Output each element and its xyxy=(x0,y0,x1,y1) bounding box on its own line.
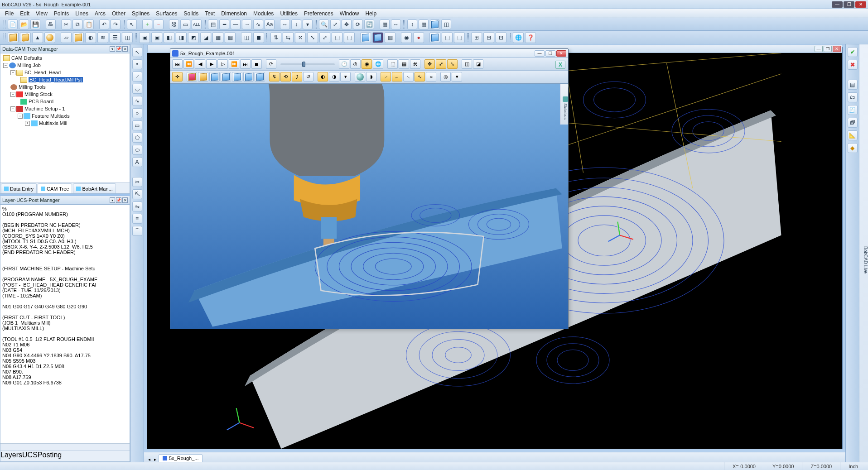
solid-extrude-button[interactable] xyxy=(73,32,84,43)
save-button[interactable]: 💾 xyxy=(30,19,40,29)
remove-entity-button[interactable]: － xyxy=(154,19,164,29)
sim-titlebar[interactable]: 5x_Rough_Example-001 — ❐ ✕ xyxy=(170,49,568,58)
tree-selected-post[interactable]: BC_Head_Head.MillPst xyxy=(29,77,83,82)
transform-3[interactable]: ⤲ xyxy=(295,32,306,43)
rotate-axis-button[interactable]: 🔄 xyxy=(364,19,374,29)
menu-help[interactable]: Help xyxy=(362,10,380,17)
sim-step-fwd[interactable]: ⏩ xyxy=(229,59,239,69)
tab-bobart[interactable]: BobArt Man... xyxy=(73,183,116,193)
tree-bc-head[interactable]: BC_Head_Head xyxy=(24,70,61,75)
about-button[interactable]: ❓ xyxy=(525,32,536,43)
wireframe-button[interactable]: ◫ xyxy=(441,19,451,29)
vt-line[interactable]: ⟋ xyxy=(132,72,142,82)
sim-viewport[interactable]: Statistics xyxy=(170,83,568,329)
print-button[interactable]: 🖶 xyxy=(46,19,56,29)
sim-next[interactable]: ▷ xyxy=(217,59,228,69)
rotate-button[interactable]: ⟳ xyxy=(353,19,363,29)
vt-text[interactable]: A xyxy=(132,157,142,167)
section-button[interactable]: ▥ xyxy=(385,32,395,43)
rb-6[interactable]: ◆ xyxy=(848,143,858,153)
menu-dimension[interactable]: Dimension xyxy=(218,10,250,17)
paste-button[interactable]: 📋 xyxy=(84,19,94,29)
grip-icon[interactable] xyxy=(204,20,206,29)
vt-point[interactable]: • xyxy=(132,59,142,69)
solid-sweep-button[interactable]: ≋ xyxy=(97,32,108,43)
sim-cube-b5[interactable] xyxy=(255,72,265,82)
pane-menu-icon[interactable]: ▾ xyxy=(110,46,115,52)
menu-view[interactable]: View xyxy=(33,10,51,17)
mdi-restore[interactable]: ❐ xyxy=(824,46,832,52)
add-entity-button[interactable]: ＋ xyxy=(142,19,152,29)
sim-close[interactable]: ✕ xyxy=(556,50,566,57)
pane-menu-icon[interactable]: ▾ xyxy=(110,197,115,203)
sim-time[interactable]: ⏱ xyxy=(350,59,361,69)
tab-posting[interactable]: Posting xyxy=(38,451,62,461)
vt-fillet[interactable]: ⌒ xyxy=(132,226,142,236)
sim-prev[interactable]: ◀ xyxy=(195,59,205,69)
open-file-button[interactable]: 📂 xyxy=(19,19,29,29)
sim-line2[interactable]: ⌐ xyxy=(392,72,402,82)
grip-icon[interactable] xyxy=(4,20,5,29)
sim-extra1[interactable]: ◎ xyxy=(440,72,451,82)
expand-icon[interactable]: + xyxy=(25,121,30,126)
solid-sphere-button[interactable] xyxy=(44,32,55,43)
zoom-extents-button[interactable]: ⤢ xyxy=(330,19,340,29)
sim-sphere[interactable] xyxy=(355,72,365,82)
curve-button[interactable]: ∿ xyxy=(253,19,263,29)
transform-6[interactable]: ⬚ xyxy=(332,32,342,43)
sim-line4[interactable]: ∿ xyxy=(415,72,425,82)
vt-circle[interactable]: ○ xyxy=(132,108,142,118)
grip-icon[interactable] xyxy=(509,33,511,42)
cut-button[interactable]: ✂ xyxy=(61,19,71,29)
mdi-minimize[interactable]: — xyxy=(815,46,823,52)
document-tab[interactable]: 5x_Rough_... xyxy=(159,454,203,462)
sim-opt2[interactable]: ▦ xyxy=(399,59,409,69)
bobcad-live-tab[interactable]: BobCAD Live xyxy=(859,44,868,462)
vt-break[interactable]: ⛏ xyxy=(132,189,142,199)
minimize-button[interactable]: — xyxy=(832,1,843,8)
tree-pcb-board[interactable]: PCB Board xyxy=(29,99,53,104)
snap-2[interactable]: ⊟ xyxy=(483,32,494,43)
collapse-icon[interactable]: − xyxy=(3,63,8,68)
menu-other[interactable]: Other xyxy=(109,10,129,17)
sim-tool-on1[interactable]: ↯ xyxy=(269,72,280,82)
tab-ucs[interactable]: UCS xyxy=(22,451,38,461)
solid-cone-button[interactable]: ▲ xyxy=(32,32,43,43)
sim-fit3[interactable]: ⤡ xyxy=(447,59,458,69)
view-shade-button[interactable]: ◼ xyxy=(253,32,264,43)
stock-compare-button[interactable]: ⬚ xyxy=(454,32,465,43)
tree-milling-job[interactable]: Milling Job xyxy=(17,62,41,68)
solid-shell-button[interactable]: ◫ xyxy=(122,32,133,43)
sim-view2[interactable]: ◪ xyxy=(473,59,483,69)
menu-window[interactable]: Window xyxy=(337,10,362,17)
pane-close-icon[interactable]: ✕ xyxy=(122,197,128,203)
solid-plane-button[interactable]: ▱ xyxy=(61,32,72,43)
solid-loft-button[interactable]: ☰ xyxy=(110,32,121,43)
collapse-icon[interactable]: − xyxy=(10,70,15,75)
vt-trim[interactable]: ✂ xyxy=(132,177,142,187)
render-button[interactable]: ◉ xyxy=(401,32,412,43)
sim-path-1[interactable]: ◐ xyxy=(318,72,328,82)
sim-fit1[interactable]: ✥ xyxy=(424,59,435,69)
collapse-icon[interactable]: − xyxy=(10,92,15,97)
sim-rewind-full[interactable]: ⏮ xyxy=(172,59,183,69)
sim-opt3[interactable]: 🛠 xyxy=(410,59,420,69)
solid-cylinder-button[interactable] xyxy=(20,32,31,43)
linetype-button[interactable]: ━ xyxy=(219,19,229,29)
menu-splines[interactable]: Splines xyxy=(129,10,153,17)
sim-play[interactable]: ▶ xyxy=(206,59,217,69)
view-top-button[interactable]: ▣ xyxy=(139,32,150,43)
sim-cube-b2[interactable] xyxy=(221,72,231,82)
sim-minimize[interactable]: — xyxy=(535,50,545,57)
transform-7[interactable]: ⬚ xyxy=(344,32,355,43)
menu-surfaces[interactable]: Surfaces xyxy=(153,10,180,17)
tab-scroll-right[interactable]: ▸ xyxy=(153,457,158,462)
sim-cube-b3[interactable] xyxy=(232,72,242,82)
cam-tree[interactable]: CAM Defaults −Milling Job −BC_Head_Head … xyxy=(0,53,130,182)
sim-tool-on3[interactable]: ⤴ xyxy=(292,72,302,82)
grip-icon[interactable] xyxy=(266,33,268,42)
view-wire-button[interactable]: ◫ xyxy=(241,32,252,43)
grid-button[interactable]: ▦ xyxy=(419,19,429,29)
arrow-left-button[interactable]: ↔ xyxy=(280,19,290,29)
sim-surf[interactable]: ◗ xyxy=(366,72,376,82)
